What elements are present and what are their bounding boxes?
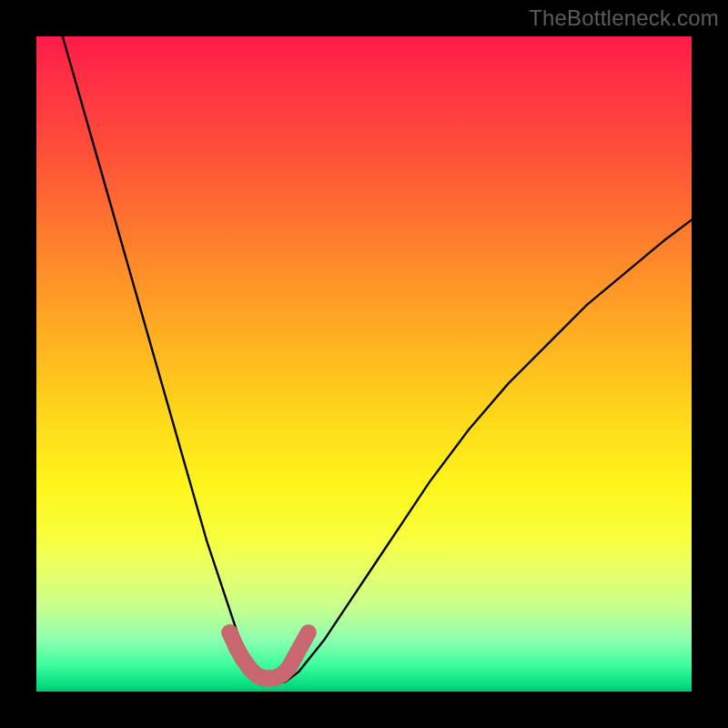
bottleneck-curve-path <box>63 36 692 683</box>
chart-frame: TheBottleneck.com <box>0 0 728 728</box>
plot-area <box>36 36 692 692</box>
optimal-band-marker <box>302 626 315 639</box>
optimal-band-markers-group <box>221 624 314 686</box>
optimal-band-marker <box>221 624 238 641</box>
watermark-text: TheBottleneck.com <box>529 5 719 31</box>
curve-layer <box>36 36 692 692</box>
optimal-band-marker <box>280 660 297 676</box>
